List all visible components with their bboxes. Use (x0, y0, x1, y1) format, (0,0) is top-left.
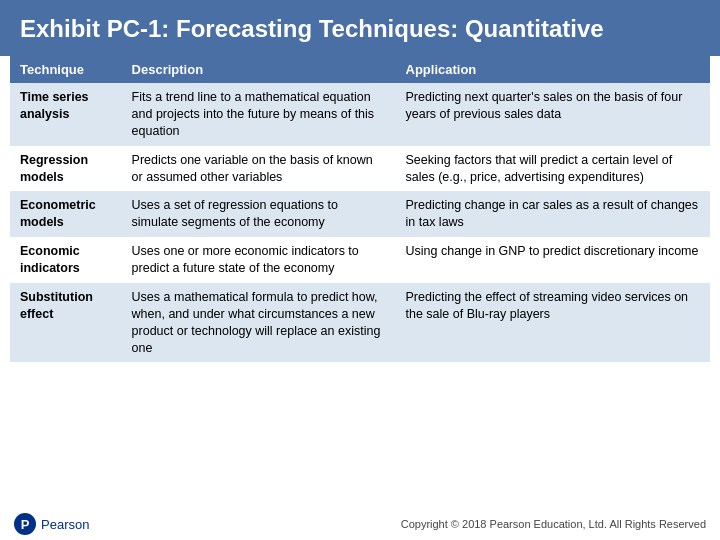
cell-application: Predicting change in car sales as a resu… (396, 191, 711, 237)
col-application: Application (396, 56, 711, 83)
cell-description: Uses a mathematical formula to predict h… (122, 283, 396, 363)
col-description: Description (122, 56, 396, 83)
pearson-logo-text: Pearson (41, 517, 89, 532)
header: Exhibit PC-1: Forecasting Techniques: Qu… (0, 0, 720, 56)
cell-description: Fits a trend line to a mathematical equa… (122, 83, 396, 146)
table-row: Time series analysisFits a trend line to… (10, 83, 710, 146)
col-technique: Technique (10, 56, 122, 83)
page-title: Exhibit PC-1: Forecasting Techniques: Qu… (20, 14, 700, 44)
pearson-logo-circle: P (14, 513, 36, 535)
footer: P Pearson Copyright © 2018 Pearson Educa… (0, 508, 720, 540)
cell-application: Using change in GNP to predict discretio… (396, 237, 711, 283)
table-row: Regression modelsPredicts one variable o… (10, 146, 710, 192)
table-row: Substitution effectUses a mathematical f… (10, 283, 710, 363)
table-container: Technique Description Application Time s… (0, 56, 720, 508)
cell-technique: Time series analysis (10, 83, 122, 146)
cell-technique: Regression models (10, 146, 122, 192)
cell-application: Predicting next quarter's sales on the b… (396, 83, 711, 146)
cell-technique: Economic indicators (10, 237, 122, 283)
table-row: Economic indicatorsUses one or more econ… (10, 237, 710, 283)
cell-description: Predicts one variable on the basis of kn… (122, 146, 396, 192)
copyright-text: Copyright © 2018 Pearson Education, Ltd.… (401, 518, 706, 530)
techniques-table: Technique Description Application Time s… (10, 56, 710, 362)
cell-technique: Econometric models (10, 191, 122, 237)
cell-application: Predicting the effect of streaming video… (396, 283, 711, 363)
cell-application: Seeking factors that will predict a cert… (396, 146, 711, 192)
cell-description: Uses a set of regression equations to si… (122, 191, 396, 237)
cell-technique: Substitution effect (10, 283, 122, 363)
table-row: Econometric modelsUses a set of regressi… (10, 191, 710, 237)
table-header-row: Technique Description Application (10, 56, 710, 83)
pearson-logo: P Pearson (14, 513, 89, 535)
cell-description: Uses one or more economic indicators to … (122, 237, 396, 283)
pearson-logo-letter: P (21, 517, 30, 532)
page: Exhibit PC-1: Forecasting Techniques: Qu… (0, 0, 720, 540)
